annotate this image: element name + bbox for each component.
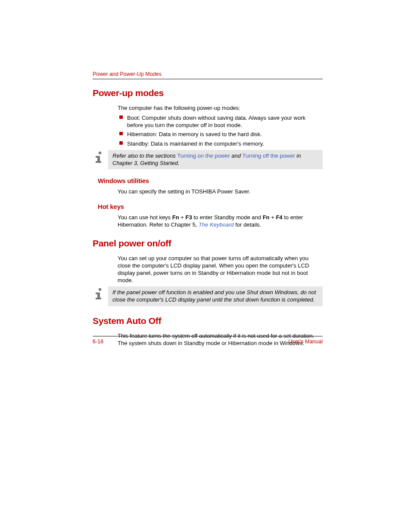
bullet-item: Hibernation: Data in memory is saved to … xyxy=(118,131,323,138)
manual-title: User's Manual xyxy=(289,339,323,345)
svg-point-1 xyxy=(99,288,101,291)
hot-keys-text: You can use hot keys Fn + F3 to enter St… xyxy=(118,214,323,228)
note-text-mid: and xyxy=(230,152,243,159)
heading-panel-power: Panel power on/off xyxy=(93,238,323,249)
text-fragment: + xyxy=(270,214,276,221)
info-icon xyxy=(93,286,106,302)
link-turning-on-power[interactable]: Turning on the power xyxy=(177,152,230,159)
heading-hot-keys: Hot keys xyxy=(98,203,323,210)
note-text-pre: Refer also to the sections xyxy=(112,152,177,159)
windows-utilities-body: You can specify the setting in TOSHIBA P… xyxy=(118,188,323,195)
document-page: Power and Power-Up Modes Power-up modes … xyxy=(0,0,411,418)
hot-keys-body: You can use hot keys Fn + F3 to enter St… xyxy=(118,214,323,228)
panel-power-text: You can set up your computer so that pow… xyxy=(118,255,323,284)
heading-windows-utilities: Windows utilities xyxy=(98,177,323,184)
section1-body: The computer has the following power-up … xyxy=(118,104,323,147)
key-fn: Fn xyxy=(263,214,270,221)
link-the-keyboard[interactable]: The Keyboard xyxy=(199,221,234,228)
note-text: Refer also to the sections Turning on th… xyxy=(108,150,323,169)
section1-intro: The computer has the following power-up … xyxy=(118,104,323,112)
link-turning-off-power[interactable]: Turning off the power xyxy=(243,152,295,159)
header-rule xyxy=(93,79,323,79)
heading-system-auto-off: System Auto Off xyxy=(93,316,323,326)
note-callout: Refer also to the sections Turning on th… xyxy=(93,150,323,169)
key-fn: Fn xyxy=(172,214,179,221)
text-fragment: You can use hot keys xyxy=(118,214,172,221)
text-fragment: for details. xyxy=(234,221,262,228)
windows-utilities-text: You can specify the setting in TOSHIBA P… xyxy=(118,188,323,195)
bullet-item: Standby: Data is maintained in the compu… xyxy=(118,140,323,147)
key-f3: F3 xyxy=(185,214,192,221)
heading-power-up-modes: Power-up modes xyxy=(93,88,323,98)
running-header: Power and Power-Up Modes xyxy=(93,71,323,77)
page-number: 6-18 xyxy=(93,339,103,345)
bullet-item: Boot: Computer shuts down without saving… xyxy=(118,114,323,129)
footer-rule xyxy=(93,336,323,336)
svg-point-0 xyxy=(99,152,101,154)
note-callout: If the panel power off function is enabl… xyxy=(93,286,323,306)
power-up-bullet-list: Boot: Computer shuts down without saving… xyxy=(118,114,323,147)
page-footer: 6-18 User's Manual xyxy=(93,336,323,345)
info-icon xyxy=(93,150,106,165)
text-fragment: to enter Standby mode and xyxy=(192,214,263,221)
text-fragment: + xyxy=(179,214,186,221)
section2-body: You can set up your computer so that pow… xyxy=(118,255,323,284)
key-f4: F4 xyxy=(276,214,282,221)
note-text: If the panel power off function is enabl… xyxy=(108,286,323,306)
